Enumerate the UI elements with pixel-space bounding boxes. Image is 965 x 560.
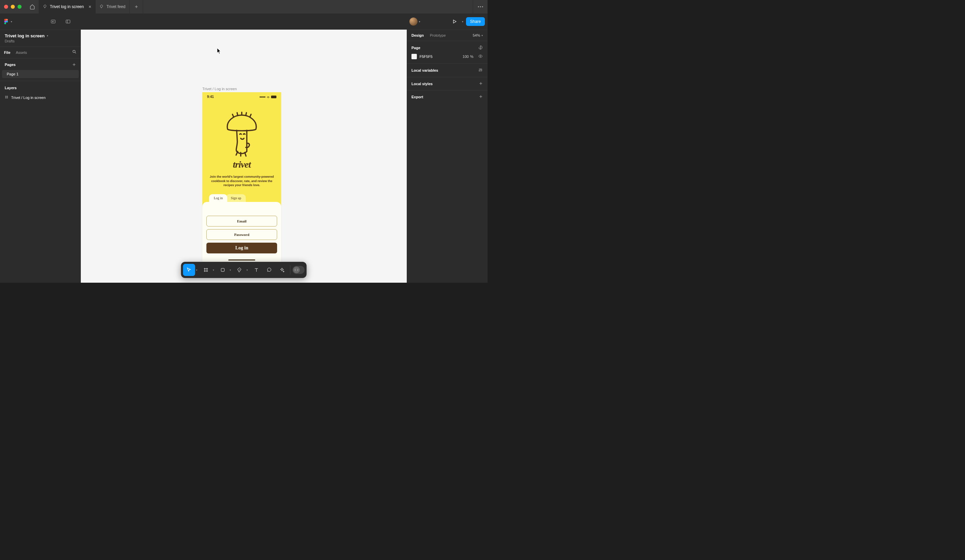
brand-logotype: trivet <box>233 159 250 170</box>
svg-point-5 <box>73 50 75 52</box>
opacity-unit: % <box>470 54 473 59</box>
bottom-toolbar: ▾ ▾ ▾ ▾ <box>181 262 307 278</box>
frame-tool[interactable] <box>200 264 212 276</box>
section-page-label: Page <box>411 46 420 50</box>
comment-tool[interactable] <box>263 264 275 276</box>
password-field[interactable]: Password <box>206 229 277 240</box>
window-tab-bar: Trivet log in screen × Trivet feed <box>0 0 487 13</box>
section-local-styles: Local styles <box>407 77 487 90</box>
tab-design[interactable]: Design <box>411 33 424 38</box>
svg-rect-4 <box>66 20 70 23</box>
variables-settings-button[interactable] <box>478 68 483 73</box>
right-header-segment: ▾ ▾ Share <box>407 13 487 29</box>
dev-mode-pill <box>293 266 305 274</box>
present-button[interactable] <box>450 17 459 26</box>
pen-icon <box>43 4 47 10</box>
mockup-frame[interactable]: 9:41 ●●●● trivet <box>202 92 281 263</box>
tab-signup[interactable]: Sign up <box>226 194 246 202</box>
left-panel: Trivet log in screen ▾ Drafts File Asset… <box>0 29 81 283</box>
mushroom-illustration <box>222 111 262 158</box>
share-button[interactable]: Share <box>466 17 485 26</box>
text-tool[interactable] <box>250 264 263 276</box>
dev-mode-toggle[interactable] <box>293 264 305 276</box>
signal-icon: ●●●● <box>259 95 265 99</box>
plus-icon <box>72 63 76 67</box>
add-page-button[interactable] <box>72 63 76 67</box>
file-title: Trivet log in screen <box>5 33 45 38</box>
plus-icon <box>479 95 483 99</box>
move-tool[interactable] <box>183 264 195 276</box>
svg-point-9 <box>480 69 481 70</box>
left-panel-tabs: File Assets <box>0 46 81 59</box>
battery-icon <box>271 96 276 98</box>
tab-login[interactable]: Log in <box>209 194 227 202</box>
svg-point-2 <box>482 7 483 7</box>
email-field[interactable]: Email <box>206 216 277 227</box>
main-menu-button[interactable]: ▾ <box>3 19 12 24</box>
file-tab-label: Trivet feed <box>106 4 125 9</box>
frame-label[interactable]: Trivet / Log in screen <box>202 87 237 91</box>
collaborators-button[interactable]: ▾ <box>409 18 420 26</box>
window-menu-button[interactable] <box>473 0 487 13</box>
chevron-down-icon[interactable]: ▾ <box>247 269 250 272</box>
add-export-button[interactable] <box>479 95 483 99</box>
actions-tool[interactable] <box>276 264 288 276</box>
status-time: 9:41 <box>207 95 214 99</box>
figma-logo-icon <box>3 19 9 24</box>
svg-point-7 <box>480 56 481 57</box>
pen-tool[interactable] <box>234 264 246 276</box>
svg-point-0 <box>478 7 479 7</box>
color-swatch[interactable] <box>411 54 417 59</box>
section-page: Page F5F5F5 100 % <box>407 41 487 63</box>
code-icon <box>294 268 299 272</box>
chevron-down-icon[interactable]: ▾ <box>230 269 233 272</box>
main-layout: Trivet log in screen ▾ Drafts File Asset… <box>0 29 487 283</box>
chevron-down-icon[interactable]: ▾ <box>196 269 200 272</box>
chevron-down-icon[interactable]: ▾ <box>462 20 463 23</box>
shape-tool[interactable] <box>217 264 229 276</box>
tab-file[interactable]: File <box>4 51 10 54</box>
page-item[interactable]: Page 1 <box>2 70 79 78</box>
pages-header: Pages <box>0 59 81 70</box>
missing-fonts-button[interactable] <box>48 16 59 27</box>
local-variables-label: Local variables <box>411 68 438 72</box>
file-tab-active[interactable]: Trivet log in screen × <box>39 0 96 13</box>
chevron-down-icon[interactable]: ▾ <box>213 269 216 272</box>
svg-point-8 <box>479 70 479 71</box>
visibility-toggle[interactable] <box>478 54 483 59</box>
home-tab[interactable] <box>26 0 39 13</box>
page-color-row[interactable]: F5F5F5 100 % <box>411 54 483 59</box>
home-indicator <box>228 260 255 261</box>
close-window-button[interactable] <box>4 5 8 9</box>
login-button[interactable]: Log in <box>206 243 277 253</box>
card-tabs: Log in Sign up <box>202 194 281 202</box>
comment-icon <box>267 267 272 273</box>
login-card: Log in Sign up Email Password Log in <box>202 202 281 263</box>
zoom-value: 54% <box>473 33 480 38</box>
plus-icon <box>479 82 483 85</box>
cursor-icon <box>217 48 221 54</box>
add-style-button[interactable] <box>479 82 483 86</box>
close-tab-icon[interactable]: × <box>88 4 91 10</box>
zoom-control[interactable]: 54% ▾ <box>473 33 483 38</box>
toggle-panels-button[interactable] <box>63 16 74 27</box>
chevron-down-icon: ▾ <box>481 34 483 37</box>
tab-assets[interactable]: Assets <box>16 51 27 54</box>
file-title-row[interactable]: Trivet log in screen ▾ <box>0 30 81 39</box>
section-export: Export <box>407 90 487 103</box>
tab-prototype[interactable]: Prototype <box>430 33 446 38</box>
traffic-lights <box>0 5 26 9</box>
layers-header: Layers <box>0 81 81 93</box>
chevron-down-icon: ▾ <box>11 20 12 23</box>
new-tab-button[interactable] <box>130 0 143 13</box>
sidebar-icon <box>65 19 71 24</box>
file-location[interactable]: Drafts <box>0 39 81 46</box>
search-button[interactable] <box>72 49 77 56</box>
right-panel-tabs: Design Prototype 54% ▾ <box>407 30 487 41</box>
minimize-window-button[interactable] <box>11 5 15 9</box>
canvas[interactable]: Trivet / Log in screen 9:41 ●●●● <box>81 29 407 283</box>
layer-item[interactable]: Trivet / Log in screen <box>0 93 81 102</box>
file-tab-inactive[interactable]: Trivet feed <box>96 0 130 13</box>
maximize-window-button[interactable] <box>18 5 21 9</box>
library-button[interactable] <box>478 45 483 51</box>
